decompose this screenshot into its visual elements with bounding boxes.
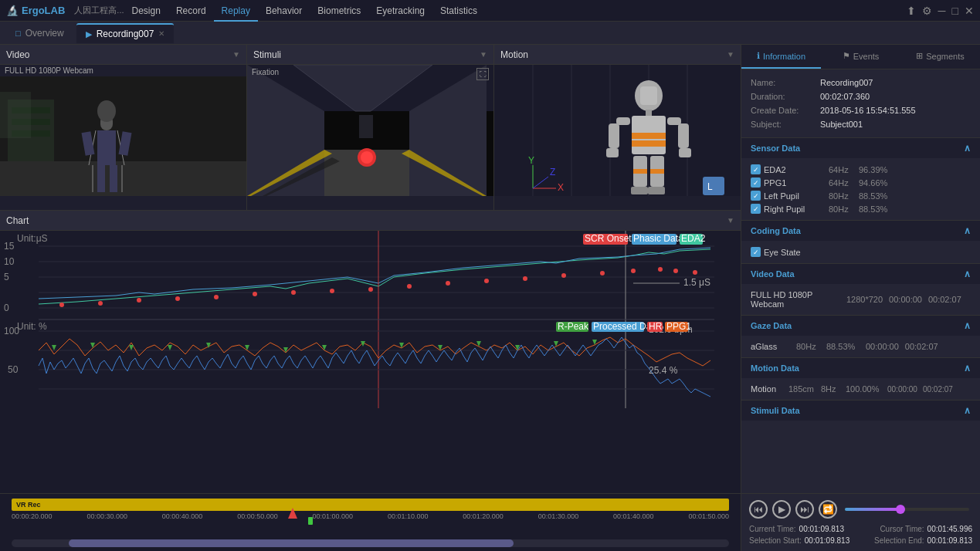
cursor-time-display: Cursor Time: 00:01:45.996 — [880, 525, 972, 533]
sensor-ppg1-row: ✓ PPG1 64Hz 94.66% — [751, 176, 971, 189]
tab-close-button[interactable]: ✕ — [158, 24, 164, 44]
svg-text:X: X — [558, 182, 564, 193]
gaze-collapse-icon: ∧ — [964, 320, 971, 331]
sensor-leftpupil-row: ✓ Left Pupil 80Hz 88.53% — [751, 189, 971, 202]
top-menu: Design Record Replay Behavior Biometrics… — [124, 0, 486, 22]
menu-biometrics[interactable]: Biometrics — [310, 0, 368, 22]
app-logo: 🔬 ErgoLAB — [6, 5, 65, 16]
svg-point-76 — [175, 296, 180, 301]
loop-button[interactable]: 🔁 — [819, 500, 837, 519]
motion-data-collapse-icon: ∧ — [964, 363, 971, 374]
timeline-scrollbar[interactable] — [12, 539, 729, 547]
tab-events[interactable]: ⚑ Events — [821, 45, 900, 69]
menu-record[interactable]: Record — [168, 0, 214, 22]
menu-replay[interactable]: Replay — [214, 0, 258, 22]
update-icon[interactable]: ⬆ — [907, 5, 916, 17]
svg-text:0: 0 — [4, 303, 9, 313]
svg-point-91 — [693, 270, 697, 275]
sensor-eda2-row: ✓ EDA2 64Hz 96.39% — [751, 163, 971, 176]
motion-svg: X Y Z L — [494, 65, 741, 196]
tick-3: 00:00:40.000 — [162, 512, 203, 520]
stimuli-panel: Stimuli ▼ Fixation ⛶ — [247, 45, 494, 210]
svg-text:SCR Onsets: SCR Onsets — [585, 233, 636, 244]
segment-marker — [308, 517, 313, 525]
menu-design[interactable]: Design — [124, 0, 168, 22]
svg-rect-52 — [631, 187, 648, 194]
gaze-data-body: aGlass 80Hz 88.53% 00:00:00 00:02:07 — [741, 336, 980, 357]
menu-behavior[interactable]: Behavior — [258, 0, 310, 22]
sensor-rightpupil-row: ✓ Right Pupil 80Hz 88.53% — [751, 202, 971, 215]
svg-point-84 — [484, 279, 489, 283]
leftpupil-checkbox[interactable]: ✓ — [751, 191, 761, 201]
stimuli-title: Stimuli — [253, 49, 281, 60]
motion-data-body: Motion 185cm 8Hz 100.00% 00:00:00 00:02:… — [741, 378, 980, 400]
gaze-data-header[interactable]: Gaze Data ∧ — [741, 315, 980, 336]
stimuli-data-header[interactable]: Stimuli Data ∧ — [741, 400, 980, 421]
tick-1: 00:00:20.000 — [12, 512, 53, 520]
svg-rect-46 — [606, 148, 619, 157]
fullscreen-button[interactable]: ⛶ — [476, 68, 489, 80]
tick-7: 00:01:20.000 — [463, 512, 504, 520]
settings-icon[interactable]: ⚙ — [922, 5, 932, 17]
svg-point-8 — [97, 100, 116, 122]
svg-point-79 — [291, 290, 296, 295]
ppg1-checkbox[interactable]: ✓ — [751, 177, 761, 188]
time-display: Current Time: 00:01:09.813 Cursor Time: … — [749, 525, 972, 545]
sensor-data-header[interactable]: Sensor Data ∧ — [741, 137, 980, 158]
svg-rect-37 — [640, 86, 657, 105]
tab-segments[interactable]: ⊞ Segments — [900, 45, 980, 69]
playback-progress[interactable] — [845, 508, 969, 511]
svg-point-83 — [446, 281, 450, 286]
svg-text:Y: Y — [528, 155, 534, 166]
svg-rect-9 — [97, 130, 116, 165]
next-button[interactable]: ⏭ — [795, 500, 814, 519]
video-panel-header: Video ▼ — [0, 45, 246, 65]
video-svg — [0, 76, 246, 196]
play-button[interactable]: ▶ — [772, 500, 791, 519]
svg-text:50: 50 — [8, 364, 19, 375]
prev-button[interactable]: ⏮ — [749, 500, 768, 519]
maximize-icon[interactable]: □ — [952, 5, 958, 17]
coding-data-header[interactable]: Coding Data ∧ — [741, 220, 980, 241]
svg-point-80 — [330, 289, 334, 293]
menu-statistics[interactable]: Statistics — [432, 0, 485, 22]
eyestate-checkbox[interactable]: ✓ — [751, 247, 761, 257]
tick-6: 00:01:10.000 — [388, 512, 429, 520]
playhead[interactable] — [288, 508, 297, 521]
info-section: Name: Recording007 Duration: 00:02:07.36… — [741, 69, 980, 137]
topbar-controls: ⬆ ⚙ ─ □ ✕ — [907, 5, 974, 17]
svg-point-86 — [561, 273, 566, 278]
svg-rect-12 — [97, 165, 105, 192]
minimize-icon[interactable]: ─ — [938, 5, 946, 17]
motion-data-header[interactable]: Motion Data ∧ — [741, 357, 980, 378]
svg-rect-29 — [359, 115, 373, 138]
video-label: FULL HD 1080P Webcam — [0, 65, 246, 76]
right-panel: ℹ Information ⚑ Events ⊞ Segments Name: … — [741, 45, 980, 551]
video-dropdown[interactable]: ▼ — [232, 50, 240, 59]
svg-point-77 — [214, 295, 219, 299]
svg-rect-42 — [616, 117, 630, 125]
svg-rect-1 — [0, 161, 246, 196]
chart-dropdown[interactable]: ▼ — [727, 216, 734, 225]
video-data-body: FULL HD 1080P Webcam 1280*720 00:00:00 0… — [741, 284, 980, 315]
tab-overview[interactable]: □ Overview — [6, 23, 73, 43]
events-icon: ⚑ — [843, 51, 850, 61]
eda2-checkbox[interactable]: ✓ — [751, 164, 761, 174]
selection-start-display: Selection Start: 00:01:09.813 — [749, 536, 849, 545]
video-frame — [0, 76, 246, 196]
tab-information[interactable]: ℹ Information — [741, 45, 821, 69]
svg-rect-60 — [703, 177, 724, 195]
svg-text:Unit:μS: Unit:μS — [17, 233, 48, 244]
gaze-aglass-row: aGlass 80Hz 88.53% 00:00:00 00:02:07 — [751, 340, 971, 353]
stimuli-content: Fixation ⛶ — [247, 65, 493, 210]
menu-eyetracking[interactable]: Eyetracking — [368, 0, 432, 22]
tick-8: 00:01:30.000 — [538, 512, 579, 520]
stimuli-dropdown[interactable]: ▼ — [480, 50, 487, 59]
close-icon[interactable]: ✕ — [965, 5, 974, 17]
rightpupil-checkbox[interactable]: ✓ — [751, 204, 761, 214]
video-data-header[interactable]: Video Data ∧ — [741, 263, 980, 284]
scrollbar-thumb[interactable] — [69, 539, 514, 547]
info-icon: ℹ — [757, 51, 760, 61]
motion-dropdown[interactable]: ▼ — [727, 50, 734, 59]
tab-recording007[interactable]: ▶ Recording007 ✕ — [76, 23, 175, 43]
